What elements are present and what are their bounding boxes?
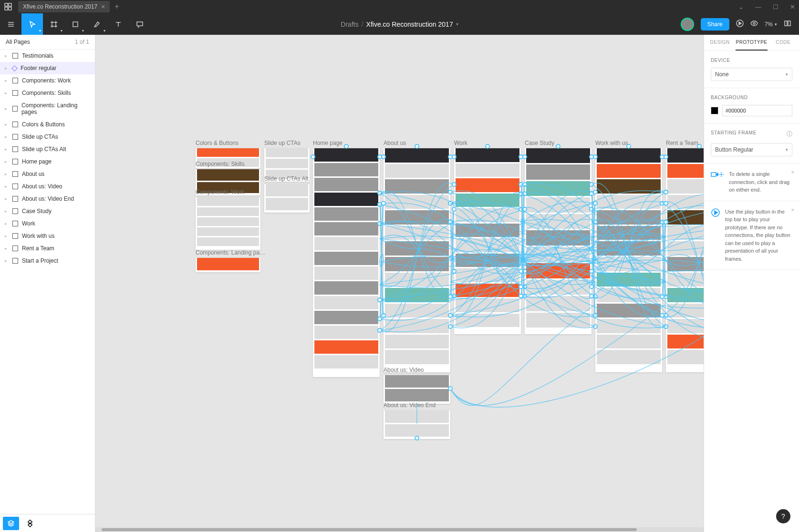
- layer-label: Slide up CTAs Alt: [22, 146, 66, 153]
- frame-body[interactable]: [454, 148, 521, 334]
- canvas-frame[interactable]: Components: Work: [196, 189, 260, 250]
- layer-item[interactable]: ▸Work with us: [0, 230, 95, 242]
- frame-icon: [12, 106, 18, 112]
- move-tool[interactable]: ▾: [21, 13, 43, 35]
- frame-body[interactable]: [595, 148, 662, 372]
- frame-body[interactable]: [264, 184, 310, 213]
- breadcrumb-current[interactable]: Xfive.co Reconstruction 2017: [366, 20, 453, 28]
- frame-body[interactable]: [666, 148, 704, 372]
- background-hex-input[interactable]: #000000: [722, 105, 792, 116]
- layer-item[interactable]: ▸About us: Video End: [0, 193, 95, 205]
- home-icon[interactable]: [4, 2, 12, 11]
- frame-body[interactable]: [196, 197, 260, 250]
- canvas-frame[interactable]: Slide up CTAs Alt: [264, 175, 310, 213]
- layer-item[interactable]: ▸Rent a Team: [0, 242, 95, 255]
- layer-label: About us: Video End: [22, 195, 74, 202]
- layer-label: Testimonials: [22, 52, 53, 59]
- chevron-down-icon[interactable]: ▾: [456, 21, 458, 27]
- play-icon: [711, 208, 720, 263]
- canvas[interactable]: Colors & ButtonsComponents: SkillsCompon…: [95, 35, 704, 532]
- layer-item[interactable]: ▸Slide up CTAs: [0, 131, 95, 143]
- assets-tab[interactable]: [22, 517, 38, 530]
- pen-tool[interactable]: ▾: [86, 13, 107, 35]
- text-tool[interactable]: [107, 13, 129, 35]
- frame-body[interactable]: [525, 148, 591, 334]
- layers-list: ▸Testimonials▸Footer regular▸Components:…: [0, 50, 95, 514]
- canvas-frame[interactable]: Work with us: [595, 140, 662, 372]
- layer-item[interactable]: ▸Components: Work: [0, 74, 95, 87]
- play-button[interactable]: [736, 20, 744, 29]
- canvas-frame[interactable]: Home page: [313, 140, 380, 377]
- background-swatch[interactable]: [711, 107, 718, 114]
- device-select[interactable]: None ▾: [711, 68, 792, 81]
- layer-label: Case Study: [22, 208, 52, 215]
- chevron-right-icon: ▸: [5, 184, 9, 189]
- add-tab-icon[interactable]: +: [114, 2, 119, 11]
- layer-item[interactable]: ▸Colors & Buttons: [0, 118, 95, 131]
- menu-button[interactable]: [0, 13, 21, 35]
- layer-item[interactable]: ▸Components: Landing pages: [0, 99, 95, 118]
- canvas-frame[interactable]: About us: Video: [384, 367, 450, 404]
- close-tab-icon[interactable]: ×: [101, 3, 105, 10]
- canvas-frame[interactable]: Work: [454, 140, 521, 334]
- canvas-frame[interactable]: About us: Video End: [384, 402, 450, 439]
- chevron-right-icon: ▸: [5, 172, 9, 176]
- close-icon[interactable]: ×: [791, 206, 794, 214]
- zoom-control[interactable]: 7% ▾: [765, 21, 777, 28]
- chevron-right-icon: ▸: [5, 66, 9, 71]
- comment-tool[interactable]: [129, 13, 150, 35]
- breadcrumb-parent[interactable]: Drafts: [341, 20, 358, 28]
- frame-body[interactable]: [196, 258, 260, 272]
- starting-frame-select[interactable]: Button Regular ▾: [711, 143, 792, 156]
- inspector-tabs: DESIGN PROTOTYPE CODE: [704, 35, 799, 51]
- frame-icon: [12, 196, 18, 202]
- layer-item[interactable]: ▸Footer regular: [0, 62, 95, 74]
- minimize-icon[interactable]: —: [755, 3, 761, 10]
- chevron-right-icon: ▸: [5, 134, 9, 139]
- canvas-frame[interactable]: Case Study: [525, 140, 591, 334]
- layers-tab[interactable]: [3, 517, 19, 530]
- avatar[interactable]: [681, 18, 694, 31]
- frame-body[interactable]: [313, 148, 380, 377]
- shape-tool[interactable]: ▾: [64, 13, 86, 35]
- tab-code[interactable]: CODE: [768, 35, 799, 51]
- layer-item[interactable]: ▸Start a Project: [0, 255, 95, 267]
- frame-body[interactable]: [384, 148, 450, 372]
- close-window-icon[interactable]: ✕: [790, 3, 795, 10]
- library-icon[interactable]: [784, 20, 791, 29]
- canvas-frame[interactable]: Components: Landing pa…: [196, 249, 265, 272]
- layer-item[interactable]: ▸Work: [0, 217, 95, 230]
- chevron-down-icon[interactable]: ⌄: [738, 3, 744, 10]
- file-tab[interactable]: Xfive.co Reconstruction 2017 ×: [18, 1, 110, 12]
- layer-item[interactable]: ▸Components: Skills: [0, 87, 95, 99]
- maximize-icon[interactable]: ☐: [773, 3, 778, 10]
- layer-item[interactable]: ▸Slide up CTAs Alt: [0, 143, 95, 155]
- tab-design[interactable]: DESIGN: [704, 35, 736, 51]
- close-icon[interactable]: ×: [791, 168, 794, 176]
- frame-body[interactable]: [384, 375, 450, 404]
- preview-icon[interactable]: [750, 20, 758, 29]
- help-button[interactable]: ?: [776, 509, 790, 523]
- chevron-down-icon: ▾: [775, 22, 777, 27]
- layer-item[interactable]: ▸Case Study: [0, 205, 95, 217]
- pages-header[interactable]: All Pages 1 of 1: [0, 35, 95, 50]
- frame-body[interactable]: [384, 410, 450, 439]
- pages-label: All Pages: [6, 39, 30, 45]
- frame-icon: [12, 134, 18, 140]
- chevron-down-icon: ▾: [786, 147, 788, 152]
- layer-item[interactable]: ▸Home page: [0, 155, 95, 168]
- tab-prototype[interactable]: PROTOTYPE: [736, 35, 767, 51]
- info-icon[interactable]: ⓘ: [787, 130, 792, 138]
- layer-item[interactable]: ▸Testimonials: [0, 50, 95, 62]
- canvas-frame[interactable]: About us: [384, 140, 450, 372]
- frame-label: Colors & Buttons: [196, 140, 260, 146]
- frame-icon: [12, 208, 18, 214]
- share-button[interactable]: Share: [701, 18, 729, 31]
- canvas-frame[interactable]: Rent a Team: [666, 140, 704, 372]
- layer-item[interactable]: ▸About us: Video: [0, 180, 95, 193]
- svg-rect-17: [28, 522, 32, 526]
- layer-label: Slide up CTAs: [22, 133, 58, 140]
- layer-item[interactable]: ▸About us: [0, 168, 95, 180]
- horizontal-scrollbar[interactable]: [95, 527, 704, 532]
- frame-tool[interactable]: ▾: [43, 13, 64, 35]
